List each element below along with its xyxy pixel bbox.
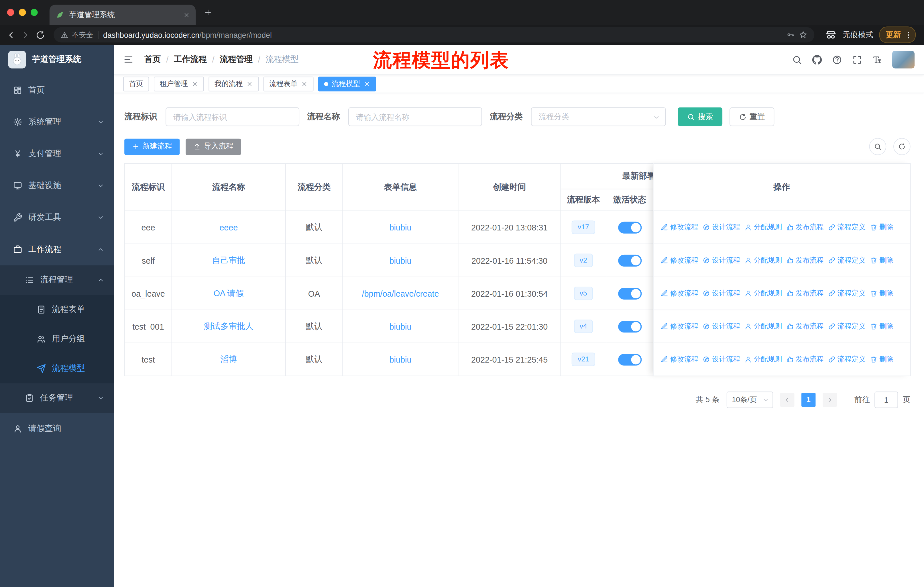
process-name-link[interactable]: 测试多审批人: [204, 321, 254, 331]
form-info-link[interactable]: biubiu: [389, 322, 412, 331]
publish-process-link[interactable]: 发布流程: [786, 321, 824, 331]
process-definition-link[interactable]: 流程定义: [828, 321, 866, 331]
sidebar-item-task-mgmt[interactable]: 任务管理: [0, 383, 114, 413]
sidebar-item-system[interactable]: 系统管理: [0, 106, 114, 138]
github-link-button[interactable]: [812, 55, 822, 64]
sidebar-item-infra[interactable]: 基础设施: [0, 170, 114, 202]
browser-tab[interactable]: 芋道管理系统: [50, 5, 196, 25]
process-key-input[interactable]: [165, 107, 299, 126]
password-key-button[interactable]: [786, 31, 795, 39]
help-button[interactable]: [832, 55, 842, 64]
modify-process-link[interactable]: 修改流程: [660, 354, 698, 364]
design-process-link[interactable]: 设计流程: [702, 288, 740, 298]
delete-process-link[interactable]: 删除: [870, 288, 893, 298]
process-name-link[interactable]: 滔博: [220, 354, 237, 364]
tag-home[interactable]: 首页: [123, 76, 149, 91]
delete-process-link[interactable]: 删除: [870, 354, 893, 364]
active-toggle[interactable]: [618, 354, 641, 365]
design-process-link[interactable]: 设计流程: [702, 321, 740, 331]
close-icon[interactable]: [363, 81, 370, 87]
window-minimize-button[interactable]: [19, 9, 26, 16]
process-category-select[interactable]: 流程分类: [531, 107, 666, 126]
form-info-link[interactable]: biubiu: [389, 355, 412, 364]
bookmark-star-button[interactable]: [799, 31, 807, 39]
prev-page-button[interactable]: [780, 393, 794, 407]
reload-button[interactable]: [35, 30, 45, 40]
sidebar-item-leave-query[interactable]: 请假查询: [0, 413, 114, 445]
active-toggle[interactable]: [618, 222, 641, 233]
breadcrumb-item[interactable]: 流程管理: [220, 54, 252, 65]
tab-close-icon[interactable]: [183, 12, 190, 18]
delete-process-link[interactable]: 删除: [870, 321, 893, 331]
assign-rule-link[interactable]: 分配规则: [744, 288, 782, 298]
breadcrumb-item[interactable]: 首页: [144, 54, 161, 65]
design-process-link[interactable]: 设计流程: [702, 354, 740, 364]
delete-process-link[interactable]: 删除: [870, 255, 893, 265]
reset-button[interactable]: 重置: [729, 107, 774, 126]
process-definition-link[interactable]: 流程定义: [828, 354, 866, 364]
page-size-select[interactable]: 10条/页: [727, 392, 773, 408]
process-name-link[interactable]: OA 请假: [213, 288, 244, 298]
assign-rule-link[interactable]: 分配规则: [744, 222, 782, 232]
publish-process-link[interactable]: 发布流程: [786, 255, 824, 265]
active-toggle[interactable]: [618, 321, 641, 332]
app-logo[interactable]: 芋道管理系统: [0, 45, 114, 74]
sidebar-item-process-model[interactable]: 流程模型: [0, 354, 114, 383]
process-definition-link[interactable]: 流程定义: [828, 255, 866, 265]
active-toggle[interactable]: [618, 255, 641, 266]
modify-process-link[interactable]: 修改流程: [660, 255, 698, 265]
sidebar-item-user-group[interactable]: 用户分组: [0, 324, 114, 354]
sidebar-item-devtools[interactable]: 研发工具: [0, 202, 114, 233]
sidebar-item-payment[interactable]: 支付管理: [0, 138, 114, 170]
form-info-link[interactable]: biubiu: [389, 223, 412, 232]
import-process-button[interactable]: 导入流程: [186, 138, 241, 155]
process-name-link[interactable]: eeee: [219, 223, 238, 232]
user-avatar[interactable]: [892, 51, 914, 68]
sidebar-item-process-form[interactable]: 流程表单: [0, 295, 114, 324]
active-toggle[interactable]: [618, 288, 641, 299]
close-icon[interactable]: [246, 81, 253, 87]
fullscreen-button[interactable]: [852, 55, 862, 64]
publish-process-link[interactable]: 发布流程: [786, 354, 824, 364]
publish-process-link[interactable]: 发布流程: [786, 288, 824, 298]
process-name-input[interactable]: [348, 107, 482, 126]
design-process-link[interactable]: 设计流程: [702, 222, 740, 232]
window-close-button[interactable]: [7, 9, 14, 16]
security-chip[interactable]: 不安全: [61, 30, 93, 40]
process-name-link[interactable]: 自己审批: [212, 255, 245, 265]
publish-process-link[interactable]: 发布流程: [786, 222, 824, 232]
design-process-link[interactable]: 设计流程: [702, 255, 740, 265]
close-icon[interactable]: [301, 81, 308, 87]
new-tab-button[interactable]: [204, 8, 212, 17]
assign-rule-link[interactable]: 分配规则: [744, 321, 782, 331]
form-info-link[interactable]: /bpm/oa/leave/create: [362, 289, 439, 298]
modify-process-link[interactable]: 修改流程: [660, 288, 698, 298]
delete-process-link[interactable]: 删除: [870, 222, 893, 232]
process-definition-link[interactable]: 流程定义: [828, 288, 866, 298]
forward-button[interactable]: [21, 30, 31, 40]
process-definition-link[interactable]: 流程定义: [828, 222, 866, 232]
modify-process-link[interactable]: 修改流程: [660, 222, 698, 232]
modify-process-link[interactable]: 修改流程: [660, 321, 698, 331]
form-info-link[interactable]: biubiu: [389, 256, 412, 265]
sidebar-item-workflow[interactable]: 工作流程: [0, 233, 114, 265]
window-zoom-button[interactable]: [31, 9, 38, 16]
close-icon[interactable]: [191, 81, 198, 87]
sidebar-item-process-mgmt[interactable]: 流程管理: [0, 265, 114, 295]
back-button[interactable]: [6, 30, 16, 40]
create-process-button[interactable]: 新建流程: [124, 138, 180, 155]
refresh-table-button[interactable]: [893, 138, 911, 155]
tag-my-process[interactable]: 我的流程: [208, 76, 259, 91]
next-page-button[interactable]: [823, 393, 837, 407]
sidebar-item-home[interactable]: 首页: [0, 74, 114, 106]
tag-process-model-active[interactable]: 流程模型: [318, 76, 376, 91]
goto-page-input[interactable]: [874, 392, 898, 408]
breadcrumb-item[interactable]: 工作流程: [174, 54, 207, 65]
address-bar[interactable]: 不安全 dashboard.yudao.iocoder.cn/bpm/manag…: [54, 27, 814, 42]
navbar-search-button[interactable]: [792, 55, 802, 64]
browser-menu-update-button[interactable]: 更新: [879, 26, 916, 43]
assign-rule-link[interactable]: 分配规则: [744, 354, 782, 364]
current-page-button[interactable]: 1: [802, 393, 815, 407]
tag-tenant[interactable]: 租户管理: [154, 76, 204, 91]
collapse-sidebar-button[interactable]: [123, 54, 134, 65]
